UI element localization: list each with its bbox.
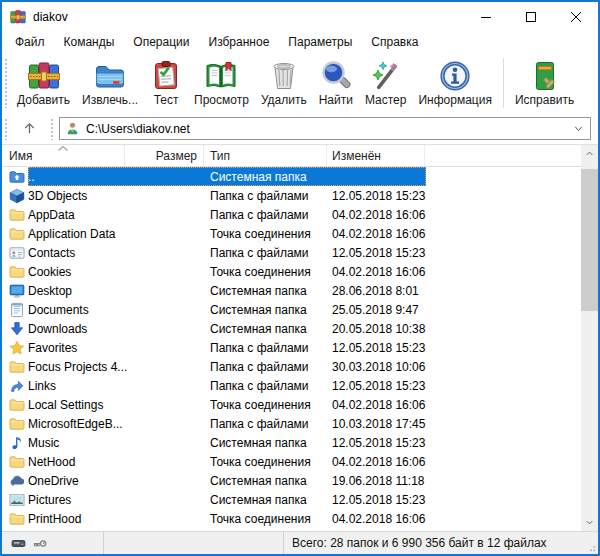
minimize-icon [481, 12, 491, 22]
column-header-type[interactable]: Тип [204, 145, 327, 166]
toolbar-button-test[interactable]: Тест [144, 57, 188, 110]
pictures-icon [9, 492, 25, 508]
winrar-app-icon [10, 9, 26, 25]
key-icon[interactable] [33, 536, 48, 551]
up-one-level-button[interactable] [13, 116, 45, 141]
delete-trash-icon [268, 60, 300, 92]
status-total-cell: Всего: 28 папок и 6 990 356 байт в 12 фа… [284, 532, 598, 554]
title-bar[interactable]: diakov [2, 2, 598, 31]
totals-text: Всего: 28 папок и 6 990 356 байт в 12 фа… [292, 536, 547, 550]
menu-item-favorites[interactable]: Избранное [206, 33, 273, 51]
file-row-nethood[interactable]: NetHood Точка соединения 04.02.2018 16:0… [2, 452, 581, 471]
toolbar-button-add[interactable]: Добавить [11, 57, 76, 110]
toolbar-button-delete[interactable]: Удалить [255, 57, 313, 110]
toolbar-button-wizard[interactable]: Мастер [359, 57, 413, 110]
file-row-3d-objects[interactable]: 3D Objects Папка с файлами 12.05.2018 15… [2, 186, 581, 205]
toolbar-gripper[interactable] [4, 58, 8, 108]
winrar-books-icon [28, 60, 60, 92]
file-row-documents[interactable]: Documents Системная папка 25.05.2018 9:4… [2, 300, 581, 319]
contacts-icon [9, 245, 25, 261]
toolbar-button-extract[interactable]: Извлечь... [76, 57, 144, 110]
column-header-modified[interactable]: Изменён [327, 145, 425, 166]
file-row-music[interactable]: Music Системная папка 12.05.2018 15:23 [2, 433, 581, 452]
menu-item-options[interactable]: Параметры [285, 33, 355, 51]
scroll-up-button[interactable] [581, 145, 598, 162]
chevron-up-icon [584, 148, 595, 159]
file-row-local-settings[interactable]: Local Settings Точка соединения 04.02.20… [2, 395, 581, 414]
file-list-panel: Имя Размер Тип Изменён .. Системная папк… [2, 144, 598, 531]
file-row-application-data[interactable]: Application Data Точка соединения 04.02.… [2, 224, 581, 243]
status-icons-cell [2, 532, 104, 554]
file-row-up[interactable]: .. Системная папка [2, 167, 581, 186]
menu-item-operations[interactable]: Операции [130, 33, 192, 51]
address-path: C:\Users\diakov.net [86, 122, 566, 136]
toolbar-button-info[interactable]: Информация [412, 57, 497, 110]
menu-item-help[interactable]: Справка [368, 33, 421, 51]
scrollbar-thumb[interactable] [581, 169, 598, 311]
file-row-onedrive[interactable]: OneDrive Системная папка 19.06.2018 11:1… [2, 471, 581, 490]
test-clipboard-icon [150, 60, 182, 92]
file-row-microsoftedgeb[interactable]: MicrosoftEdgeB... Папка с файлами 10.03.… [2, 414, 581, 433]
documents-icon [9, 302, 25, 318]
status-middle-cell [104, 532, 284, 554]
minimize-button[interactable] [463, 2, 508, 31]
resize-grip[interactable] [586, 542, 596, 552]
menu-item-commands[interactable]: Команды [61, 33, 118, 51]
sort-ascending-icon [57, 145, 69, 152]
downloads-icon [9, 321, 25, 337]
file-row-focus-projects-4[interactable]: Focus Projects 4... Папка с файлами 30.0… [2, 357, 581, 376]
wizard-wand-icon [370, 60, 402, 92]
folder-icon [9, 207, 25, 223]
column-header-size[interactable]: Размер [125, 145, 204, 166]
folder-icon [9, 511, 25, 527]
file-row-downloads[interactable]: Downloads Системная папка 20.05.2018 10:… [2, 319, 581, 338]
cube-3d-icon [9, 188, 25, 204]
folder-icon [9, 397, 25, 413]
file-row-desktop[interactable]: Desktop Системная папка 28.06.2018 8:01 [2, 281, 581, 300]
close-icon [571, 12, 581, 22]
up-arrow-icon [22, 121, 37, 136]
folder-icon [9, 416, 25, 432]
toolbar-button-find[interactable]: Найти [313, 57, 359, 110]
file-row-favorites[interactable]: Favorites Папка с файлами 12.05.2018 15:… [2, 338, 581, 357]
toolbar-separator [503, 58, 504, 108]
folder-icon [9, 226, 25, 242]
close-button[interactable] [553, 2, 598, 31]
addressbar-gripper[interactable] [4, 118, 8, 140]
vertical-scrollbar[interactable] [581, 145, 598, 531]
toolbar-button-repair[interactable]: Исправить [509, 57, 580, 110]
toolbar-button-view[interactable]: Просмотр [188, 57, 255, 110]
file-row-cookies[interactable]: Cookies Точка соединения 04.02.2018 16:0… [2, 262, 581, 281]
toolbar: Добавить Извлечь... Тест Просмотр Удалит… [2, 53, 598, 113]
maximize-button[interactable] [508, 2, 553, 31]
onedrive-cloud-icon [9, 473, 25, 489]
view-book-icon [205, 60, 237, 92]
folder-icon [9, 264, 25, 280]
user-folder-icon [65, 121, 80, 136]
address-combobox[interactable]: C:\Users\diakov.net [59, 117, 591, 140]
file-row-pictures[interactable]: Pictures Системная папка 12.05.2018 15:2… [2, 490, 581, 509]
status-bar: Всего: 28 папок и 6 990 356 байт в 12 фа… [2, 531, 598, 554]
addressbar-gripper-2[interactable] [50, 118, 54, 140]
drive-icon[interactable] [11, 536, 26, 551]
chevron-down-icon [584, 517, 595, 528]
combo-dropdown-icon[interactable] [572, 122, 585, 135]
column-header-name[interactable]: Имя [2, 145, 125, 166]
repair-book-icon [529, 60, 561, 92]
window-title: diakov [33, 10, 463, 24]
folder-icon [9, 359, 25, 375]
maximize-icon [526, 12, 536, 22]
folder-up-icon [9, 169, 25, 185]
column-header-filler [425, 145, 598, 166]
find-magnifier-icon [320, 60, 352, 92]
file-rows: .. Системная папка 3D Objects Папка с фа… [2, 167, 581, 531]
file-row-appdata[interactable]: AppData Папка с файлами 04.02.2018 16:06 [2, 205, 581, 224]
folder-icon [9, 454, 25, 470]
file-row-printhood[interactable]: PrintHood Точка соединения 04.02.2018 16… [2, 509, 581, 528]
scroll-down-button[interactable] [581, 514, 598, 531]
file-row-contacts[interactable]: Contacts Папка с файлами 12.05.2018 15:2… [2, 243, 581, 262]
address-bar: C:\Users\diakov.net [2, 113, 598, 144]
column-headers: Имя Размер Тип Изменён [2, 145, 598, 167]
menu-item-file[interactable]: Файл [12, 33, 48, 51]
file-row-links[interactable]: Links Папка с файлами 12.05.2018 15:23 [2, 376, 581, 395]
